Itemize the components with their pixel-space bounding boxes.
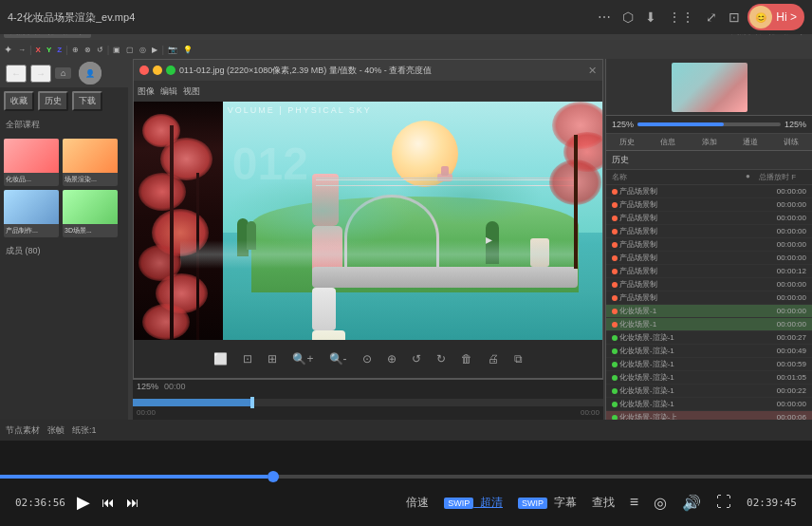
rp-tab-history[interactable]: 历史	[606, 134, 647, 150]
tool-cam[interactable]: 📷	[166, 45, 179, 55]
history-item-3[interactable]: 产品场景制 00:00:00	[606, 212, 812, 225]
fullscreen-icon[interactable]: ⤢	[706, 9, 717, 25]
fog-layer	[180, 240, 579, 269]
iv-max-btn[interactable]	[166, 66, 175, 75]
iv-foot-delete[interactable]: 🗑	[457, 350, 476, 367]
ls-back-btn[interactable]: ←	[6, 65, 27, 83]
volume-icon[interactable]: 🔊	[682, 494, 701, 512]
share-icon[interactable]: ⋯	[598, 9, 611, 25]
tool-move2[interactable]: ⊕	[70, 45, 81, 55]
tool-xyz-x[interactable]: X	[34, 45, 43, 55]
history-item-15[interactable]: 化妆场景-渲染-1 00:01:05	[606, 371, 812, 385]
ls-item-1[interactable]: 化妆品...	[4, 139, 59, 186]
timeline-bar[interactable]	[133, 399, 603, 406]
progress-bar[interactable]	[0, 475, 812, 479]
item-time-3: 00:00:00	[759, 214, 806, 222]
history-item-10[interactable]: 化妆场景-1 00:00:00	[606, 305, 812, 318]
quality-btn[interactable]: SWIP 超清	[444, 495, 503, 511]
target-icon[interactable]: ◎	[654, 494, 667, 512]
fullscreen-player-icon[interactable]: ⛶	[716, 494, 731, 511]
iv-foot-rotate-l[interactable]: ↺	[408, 350, 425, 367]
item-time-6: 00:00:00	[759, 254, 806, 262]
iv-foot-rotate-r[interactable]: ↻	[433, 350, 450, 367]
rp-tab-info[interactable]: 信息	[647, 134, 688, 150]
more-icon[interactable]: ⋮⋮	[668, 9, 694, 25]
iv-foot-print[interactable]: 🖨	[484, 350, 503, 367]
ls-items: 化妆品... 场景渲染... 产品制作... 3D场景...	[0, 135, 128, 241]
iv-tb-info[interactable]: 视图	[183, 85, 200, 98]
timeline-thumb[interactable]	[250, 397, 254, 408]
tool-scale[interactable]: ⊗	[83, 45, 93, 55]
rp-tab-train[interactable]: 训练	[771, 134, 812, 150]
tool-xyz-y[interactable]: Y	[45, 45, 53, 55]
item-time-2: 00:00:00	[759, 200, 806, 209]
pip-icon[interactable]: ⊡	[729, 9, 740, 25]
history-item-7[interactable]: 产品场景制 00:00:12	[606, 265, 812, 278]
iv-tb-view[interactable]: 编辑	[160, 85, 177, 98]
speed-btn[interactable]: 倍速	[406, 495, 429, 511]
rp-tab-add[interactable]: 添加	[689, 134, 729, 150]
rp-zoom-fill	[637, 122, 724, 126]
history-item-16[interactable]: 化妆场景-渲染-1 00:00:22	[606, 385, 812, 398]
iv-min-btn[interactable]	[153, 66, 162, 75]
play-button[interactable]: ▶	[77, 492, 90, 513]
tool-obj1[interactable]: ▣	[111, 45, 122, 55]
history-item-13[interactable]: 化妆场景-渲染-1 00:00:49	[606, 345, 812, 358]
history-item-9[interactable]: 产品场景制 00:00:00	[606, 291, 812, 305]
history-item-6[interactable]: 产品场景制 00:00:00	[606, 252, 812, 265]
tool-obj2[interactable]: ▢	[124, 45, 136, 55]
ls-forward-btn[interactable]: →	[30, 65, 51, 83]
tool-arrow[interactable]: →	[16, 45, 28, 55]
rp-zoom-bar[interactable]	[637, 122, 781, 126]
ls-btn-favorites[interactable]: 收藏	[4, 91, 34, 111]
item-name-4: 产品场景制	[619, 226, 757, 236]
history-item-14[interactable]: 化妆场景-渲染-1 00:00:59	[606, 358, 812, 371]
rp-tab-channel[interactable]: 通道	[729, 134, 770, 150]
timeline-progress	[133, 399, 250, 406]
history-item-1[interactable]: 产品场景制 00:00:00	[606, 185, 812, 198]
iv-close-btn[interactable]	[139, 66, 149, 75]
item-name-12: 化妆场景-渲染-1	[619, 332, 757, 343]
history-item-4[interactable]: 产品场景制 00:00:00	[606, 225, 812, 238]
tool-obj3[interactable]: ◎	[138, 45, 148, 55]
iv-tb-file[interactable]: 图像	[138, 85, 155, 98]
tool-xyz-z[interactable]: Z	[55, 45, 64, 55]
ls-item-label-2: 场景渲染...	[65, 175, 116, 184]
ls-item-3[interactable]: 产品制作...	[4, 190, 59, 237]
ls-btn-download[interactable]: 下载	[72, 91, 102, 111]
iv-foot-grid[interactable]: ⊞	[264, 350, 281, 367]
swip-badge: SWIP	[444, 498, 473, 509]
share-icon2[interactable]: ⬡	[622, 9, 634, 25]
history-item-11[interactable]: 化妆场景-1 00:00:00	[606, 318, 812, 331]
tool-light[interactable]: 💡	[181, 45, 194, 55]
history-item-5[interactable]: 产品场景制 00:00:00	[606, 238, 812, 252]
tool-move[interactable]: ✦	[2, 43, 14, 57]
ls-item-4[interactable]: 3D场景...	[63, 190, 118, 237]
iv-foot-zoom-out[interactable]: 🔍-	[325, 350, 351, 367]
rp-history-title: 历史	[612, 154, 629, 166]
playlist-icon[interactable]: ≡	[630, 494, 638, 511]
iv-foot-copy[interactable]: ⧉	[510, 350, 526, 367]
ls-btn-history[interactable]: 历史	[38, 91, 68, 111]
tool-render[interactable]: ▶	[150, 45, 159, 55]
ls-item-label-3: 产品制作...	[6, 226, 57, 235]
history-item-8[interactable]: 产品场景制 00:00:00	[606, 278, 812, 291]
history-item-12[interactable]: 化妆场景-渲染-1 00:00:27	[606, 331, 812, 345]
iv-close-x[interactable]: ✕	[588, 65, 597, 77]
iv-foot-fit[interactable]: ⊙	[359, 350, 376, 367]
history-item-2[interactable]: 产品场景制 00:00:00	[606, 198, 812, 212]
next-button[interactable]: ⏭	[126, 495, 139, 510]
tool-rotate[interactable]: ↺	[95, 45, 105, 55]
subtitle-btn[interactable]: SWIP 字幕	[518, 495, 577, 511]
iv-foot-expand[interactable]: ⊡	[239, 350, 256, 367]
prev-button[interactable]: ⏮	[102, 495, 115, 510]
ls-item-2[interactable]: 场景渲染...	[63, 139, 118, 186]
history-item-17[interactable]: 化妆场景-渲染-1 00:00:00	[606, 398, 812, 411]
find-btn[interactable]: 查找	[592, 495, 615, 511]
ls-home-btn[interactable]: ⌂	[55, 67, 71, 79]
iv-foot-crop[interactable]: ⬜	[210, 350, 231, 367]
iv-foot-zoom-in[interactable]: 🔍+	[288, 350, 317, 367]
download-icon[interactable]: ⬇	[645, 9, 656, 25]
iv-foot-actual[interactable]: ⊕	[383, 350, 400, 367]
avatar-area[interactable]: 😊 Hi >	[747, 4, 804, 30]
